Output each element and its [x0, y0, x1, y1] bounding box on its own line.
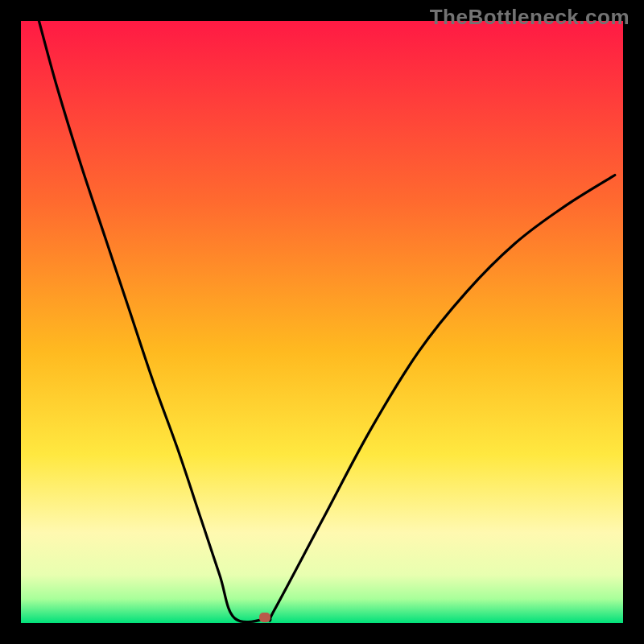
chart-frame: TheBottleneck.com [0, 0, 644, 644]
optimal-marker [259, 613, 270, 622]
watermark-text: TheBottleneck.com [430, 5, 630, 30]
bottleneck-curve [39, 21, 614, 622]
curve-layer [21, 21, 623, 623]
plot-area [21, 21, 623, 623]
